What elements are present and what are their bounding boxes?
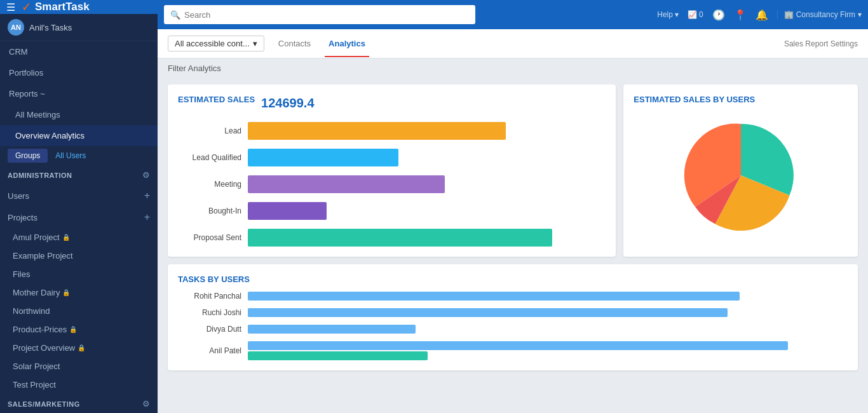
tasks-label-ruchi: Ruchi Joshi <box>178 308 241 317</box>
tasks-bar-divya-1 <box>248 325 416 334</box>
search-box: 🔍 <box>164 5 475 24</box>
help-button[interactable]: Help ▾ <box>657 10 679 19</box>
tasks-bar-row-divya: Divya Dutt <box>178 325 848 334</box>
project-overview[interactable]: Project Overview 🔒 <box>0 339 158 357</box>
project-example[interactable]: Example Project <box>0 247 158 265</box>
sales-settings-link[interactable]: Sales Report Settings <box>784 39 858 48</box>
bar-label-bought-in: Bought-In <box>178 207 241 215</box>
notification-icon[interactable]: 🔔 <box>756 9 768 21</box>
project-mother-dairy[interactable]: Mother Dairy 🔒 <box>0 283 158 302</box>
contact-dropdown[interactable]: All accessible cont... ▾ <box>168 36 264 51</box>
tasks-bar-rohit-1 <box>248 292 740 301</box>
location-icon[interactable]: 📍 <box>734 9 747 21</box>
main-content: 🔍 Help ▾ 📈 0 🕐 📍 🔔 🏢 Consultancy Firm ▾ <box>158 0 868 413</box>
tasks-bar-container-anil <box>248 341 848 360</box>
project-product-prices[interactable]: Product-Prices 🔒 <box>0 320 158 339</box>
user-tasks-item[interactable]: AN Anil's Tasks <box>0 14 158 41</box>
estimated-sales-title: ESTIMATED SALES <box>178 95 255 104</box>
estimated-sales-value: 124699.4 <box>261 96 314 111</box>
charts-area: ESTIMATED SALES 124699.4 Lead Lead Quali… <box>158 78 868 413</box>
estimated-sales-card: ESTIMATED SALES 124699.4 Lead Lead Quali… <box>168 85 616 257</box>
groups-button[interactable]: Groups <box>8 149 48 163</box>
estimated-sales-bar-chart: Lead Lead Qualified Meetin <box>178 122 606 247</box>
sidebar-item-overview-analytics[interactable]: Overview Analytics <box>0 125 158 146</box>
users-plus-icon[interactable]: + <box>144 190 150 201</box>
firm-dropdown[interactable]: 🏢 Consultancy Firm ▾ <box>777 10 862 19</box>
bar-label-proposal-sent: Proposal Sent <box>178 233 241 242</box>
avatar: AN <box>8 19 24 36</box>
trending-button[interactable]: 📈 0 <box>688 10 703 19</box>
tab-analytics[interactable]: Analytics <box>325 31 369 57</box>
bar-fill-meeting <box>248 175 445 193</box>
groups-users-row: Groups All Users <box>0 146 158 165</box>
users-label: Users <box>8 191 29 201</box>
search-input[interactable] <box>184 10 469 20</box>
sidebar-item-portfolios[interactable]: Portfolios <box>0 62 158 83</box>
administration-label: ADMINISTRATION <box>8 172 72 179</box>
chevron-down-icon-firm: ▾ <box>858 10 862 19</box>
bar-fill-lead <box>248 122 506 140</box>
tasks-bar-row-rohit: Rohit Panchal <box>178 292 848 301</box>
pie-chart-title: ESTIMATED SALES BY USERS <box>634 95 848 104</box>
project-files[interactable]: Files <box>0 265 158 283</box>
top-charts-row: ESTIMATED SALES 124699.4 Lead Lead Quali… <box>168 85 858 257</box>
sales-marketing-label: SALES/MARKETING <box>8 400 80 408</box>
user-name: Anil's Tasks <box>29 23 72 32</box>
lock-icon-product-prices: 🔒 <box>69 326 77 333</box>
all-users-button[interactable]: All Users <box>50 149 91 163</box>
pie-chart-container <box>634 112 848 239</box>
filter-analytics-button[interactable]: Filter Analytics <box>168 64 221 73</box>
bar-container-bought-in <box>248 202 606 220</box>
tasks-by-users-card: TASKS BY USERS Rohit Panchal Ruchi Joshi <box>168 264 858 370</box>
projects-header[interactable]: Projects + <box>0 207 158 228</box>
estimated-sales-by-users-card: ESTIMATED SALES BY USERS <box>623 85 858 257</box>
chevron-down-icon: ▾ <box>675 10 679 19</box>
lock-icon: 🔒 <box>62 234 70 241</box>
pie-chart-svg <box>684 118 798 233</box>
tasks-bar-container-divya <box>248 325 848 334</box>
estimated-sales-title-row: ESTIMATED SALES 124699.4 <box>178 95 606 112</box>
bar-label-lead-qualified: Lead Qualified <box>178 153 241 162</box>
project-amul[interactable]: Amul Project 🔒 <box>0 228 158 247</box>
sidebar-item-reports[interactable]: Reports ~ <box>0 83 158 104</box>
tab-contacts[interactable]: Contacts <box>275 31 315 56</box>
projects-label: Projects <box>8 213 37 222</box>
tasks-bar-row-ruchi: Ruchi Joshi <box>178 308 848 317</box>
lock-icon-project-overview: 🔒 <box>78 344 85 351</box>
bar-label-lead: Lead <box>178 126 241 135</box>
users-header[interactable]: Users + <box>0 185 158 207</box>
tasks-label-divya: Divya Dutt <box>178 325 241 334</box>
filter-bar: Filter Analytics <box>158 58 868 78</box>
search-icon: 🔍 <box>170 10 180 20</box>
sidebar-item-all-meetings[interactable]: All Meetings <box>0 104 158 125</box>
sales-marketing-gear-icon[interactable]: ⚙ <box>142 399 150 409</box>
app-title: SmartTask <box>35 1 90 13</box>
tasks-label-rohit: Rohit Panchal <box>178 292 241 301</box>
sub-header: All accessible cont... ▾ Contacts Analyt… <box>158 29 868 58</box>
hamburger-icon[interactable]: ☰ <box>6 1 15 13</box>
sidebar: ☰ ✓ SmartTask AN Anil's Tasks CRM Portfo… <box>0 0 158 413</box>
sales-marketing-header[interactable]: SALES/MARKETING ⚙ <box>0 394 158 413</box>
tasks-label-anil: Anil Patel <box>178 346 241 355</box>
bar-row-bought-in: Bought-In <box>178 202 606 220</box>
trending-icon: 📈 <box>688 10 697 19</box>
project-northwind[interactable]: Northwind <box>0 302 158 320</box>
bar-row-meeting: Meeting <box>178 175 606 193</box>
sidebar-item-crm[interactable]: CRM <box>0 41 158 62</box>
administration-gear-icon[interactable]: ⚙ <box>142 170 150 180</box>
tasks-bar-container-rohit <box>248 292 848 301</box>
bar-row-proposal-sent: Proposal Sent <box>178 229 606 247</box>
clock-icon[interactable]: 🕐 <box>712 9 725 21</box>
tasks-by-users-title: TASKS BY USERS <box>178 274 848 284</box>
project-solar[interactable]: Solar Project <box>0 357 158 376</box>
sidebar-header: ☰ ✓ SmartTask <box>0 0 158 14</box>
project-test[interactable]: Test Project <box>0 376 158 394</box>
administration-header[interactable]: ADMINISTRATION ⚙ <box>0 165 158 185</box>
bar-row-lead: Lead <box>178 122 606 140</box>
bar-fill-proposal-sent <box>248 229 552 247</box>
bar-container-lead-qualified <box>248 149 606 166</box>
chevron-down-icon-dropdown: ▾ <box>253 39 257 48</box>
bar-container-proposal-sent <box>248 229 606 247</box>
projects-plus-icon[interactable]: + <box>144 212 150 223</box>
tasks-bar-container-ruchi <box>248 308 848 317</box>
